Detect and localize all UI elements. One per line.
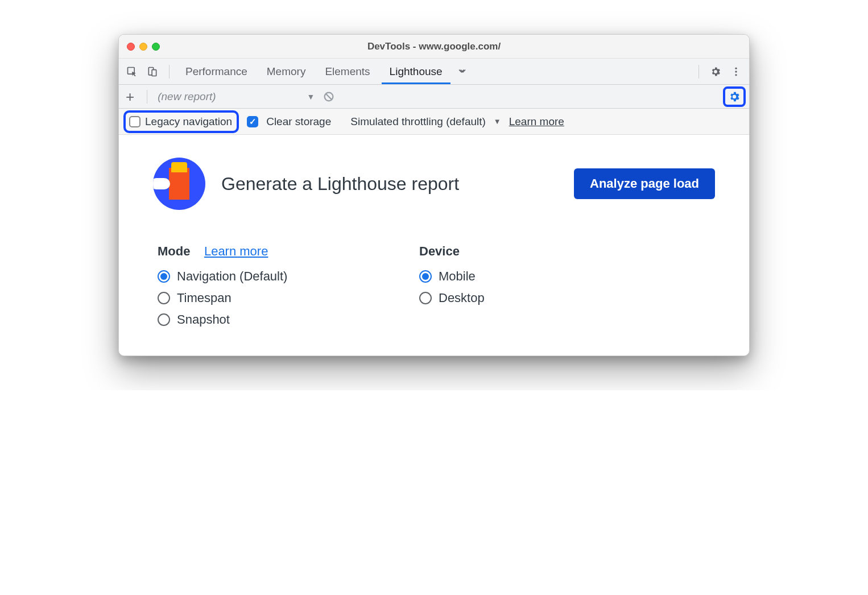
device-option-label: Desktop bbox=[439, 291, 485, 305]
report-dropdown-label[interactable]: (new report) bbox=[158, 90, 216, 103]
devtools-window: DevTools - www.google.com/ Performance M… bbox=[118, 34, 750, 356]
clear-storage-label: Clear storage bbox=[266, 115, 331, 128]
tab-strip: Performance Memory Elements Lighthouse bbox=[119, 59, 749, 85]
window-title: DevTools - www.google.com/ bbox=[119, 41, 749, 52]
analyze-page-load-button[interactable]: Analyze page load bbox=[574, 168, 715, 199]
device-radio-mobile[interactable]: Mobile bbox=[419, 269, 635, 284]
lighthouse-settings-icon[interactable] bbox=[723, 86, 746, 107]
divider bbox=[698, 65, 699, 78]
throttling-label: Simulated throttling (default) bbox=[350, 115, 486, 128]
mode-radio-timespan[interactable]: Timespan bbox=[158, 291, 374, 305]
radio-dot-icon bbox=[158, 292, 170, 304]
svg-line-7 bbox=[326, 93, 332, 100]
minimize-window-button[interactable] bbox=[139, 43, 147, 51]
lighthouse-panel: Generate a Lighthouse report Analyze pag… bbox=[119, 135, 749, 356]
report-subbar: + (new report) ▼ bbox=[119, 85, 749, 109]
device-toggle-icon[interactable] bbox=[144, 63, 161, 80]
mode-option-label: Timespan bbox=[177, 291, 232, 305]
lighthouse-logo-icon bbox=[153, 158, 205, 210]
tab-lighthouse[interactable]: Lighthouse bbox=[382, 59, 450, 84]
more-tabs-icon[interactable] bbox=[454, 63, 471, 80]
svg-point-4 bbox=[735, 71, 737, 72]
zoom-window-button[interactable] bbox=[152, 43, 160, 51]
mode-option-label: Snapshot bbox=[177, 312, 230, 327]
throttling-dropdown-icon[interactable]: ▼ bbox=[494, 117, 501, 126]
settings-icon[interactable] bbox=[707, 63, 724, 80]
title-bar: DevTools - www.google.com/ bbox=[119, 35, 749, 59]
svg-point-5 bbox=[735, 74, 737, 76]
device-option-label: Mobile bbox=[439, 269, 476, 284]
clear-icon[interactable] bbox=[320, 88, 337, 105]
mode-radio-snapshot[interactable]: Snapshot bbox=[158, 312, 374, 327]
mode-radio-navigation[interactable]: Navigation (Default) bbox=[158, 269, 374, 284]
tab-elements[interactable]: Elements bbox=[317, 59, 378, 84]
radio-dot-icon bbox=[158, 270, 170, 283]
legacy-navigation-highlight: Legacy navigation bbox=[123, 110, 239, 133]
close-window-button[interactable] bbox=[127, 43, 135, 51]
kebab-menu-icon[interactable] bbox=[728, 63, 745, 80]
hero-row: Generate a Lighthouse report Analyze pag… bbox=[153, 158, 715, 210]
legacy-navigation-label: Legacy navigation bbox=[145, 115, 232, 128]
device-column: Device Mobile Desktop bbox=[419, 244, 635, 327]
mode-option-label: Navigation (Default) bbox=[177, 269, 287, 284]
legacy-navigation-checkbox[interactable] bbox=[129, 116, 140, 127]
device-radio-desktop[interactable]: Desktop bbox=[419, 291, 635, 305]
settings-columns: Mode Learn more Navigation (Default) Tim… bbox=[153, 244, 715, 327]
traffic-lights bbox=[127, 43, 160, 51]
radio-dot-icon bbox=[419, 292, 432, 304]
new-report-button[interactable]: + bbox=[123, 89, 137, 104]
tab-performance[interactable]: Performance bbox=[177, 59, 255, 84]
inspect-element-icon[interactable] bbox=[123, 63, 140, 80]
device-heading: Device bbox=[419, 244, 460, 258]
svg-rect-2 bbox=[152, 69, 156, 76]
page-title: Generate a Lighthouse report bbox=[221, 173, 558, 195]
mode-column: Mode Learn more Navigation (Default) Tim… bbox=[158, 244, 374, 327]
tab-memory[interactable]: Memory bbox=[259, 59, 314, 84]
divider bbox=[147, 90, 147, 104]
clear-storage-checkbox[interactable] bbox=[247, 116, 258, 127]
radio-dot-icon bbox=[158, 313, 170, 326]
options-bar: Legacy navigation Clear storage Simulate… bbox=[119, 109, 749, 135]
divider bbox=[169, 65, 170, 78]
mode-learn-more-link[interactable]: Learn more bbox=[204, 244, 268, 258]
radio-dot-icon bbox=[419, 270, 432, 283]
options-learn-more-link[interactable]: Learn more bbox=[509, 115, 564, 128]
report-dropdown-caret-icon[interactable]: ▼ bbox=[307, 92, 315, 101]
mode-heading: Mode bbox=[158, 244, 190, 258]
svg-point-3 bbox=[735, 67, 737, 69]
